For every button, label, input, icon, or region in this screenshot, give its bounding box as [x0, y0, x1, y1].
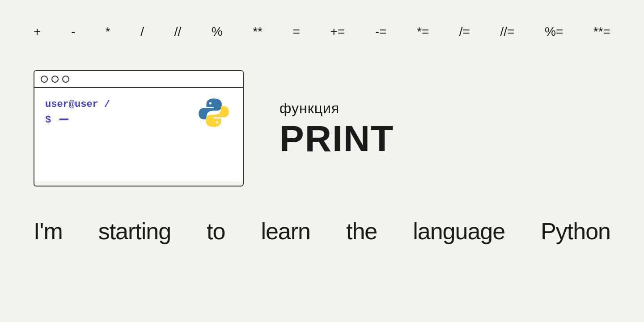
operators-row: +-*///%**=+=-=*=/=//=%=**= — [0, 0, 644, 39]
terminal-header — [34, 71, 243, 88]
operator-item: = — [293, 25, 300, 39]
sentence-word: to — [207, 218, 225, 245]
svg-point-0 — [209, 102, 212, 104]
terminal-cursor — [59, 119, 68, 120]
operator-item: % — [212, 25, 223, 39]
sentence-word: I'm — [34, 218, 63, 245]
function-label: функция — [280, 100, 394, 117]
terminal-dot-1 — [41, 76, 48, 83]
operator-item: ** — [253, 25, 263, 39]
terminal-body: user@user / $ — [34, 88, 243, 181]
terminal-prompt: user@user / — [45, 99, 110, 110]
operator-item: *= — [417, 25, 429, 39]
operator-item: /= — [459, 25, 470, 39]
svg-point-1 — [216, 121, 218, 123]
bottom-sentence: I'mstartingtolearnthelanguagePython — [0, 218, 644, 245]
operator-item: **= — [593, 25, 610, 39]
operator-item: - — [71, 25, 75, 39]
sentence-word: Python — [541, 218, 610, 245]
operator-item: // — [174, 25, 182, 39]
operator-item: %= — [545, 25, 563, 39]
terminal-window: user@user / $ — [34, 70, 244, 186]
sentence-word: starting — [98, 218, 171, 245]
main-content: user@user / $ функция PRINT — [0, 48, 644, 186]
operator-item: + — [34, 25, 41, 39]
function-info: функция PRINT — [280, 100, 394, 157]
terminal-dollar: $ — [45, 114, 110, 126]
sentence-word: language — [413, 218, 505, 245]
sentence-word: learn — [261, 218, 310, 245]
terminal-dot-2 — [51, 76, 59, 83]
function-name: PRINT — [280, 120, 394, 157]
terminal-text-area: user@user / $ — [45, 99, 110, 126]
terminal-dot-3 — [62, 76, 69, 83]
sentence-word: the — [346, 218, 377, 245]
operator-item: * — [106, 25, 110, 39]
operator-item: / — [140, 25, 144, 39]
operator-item: -= — [375, 25, 387, 39]
operator-item: += — [330, 25, 345, 39]
operator-item: //= — [500, 25, 515, 39]
python-logo-icon — [198, 97, 229, 128]
